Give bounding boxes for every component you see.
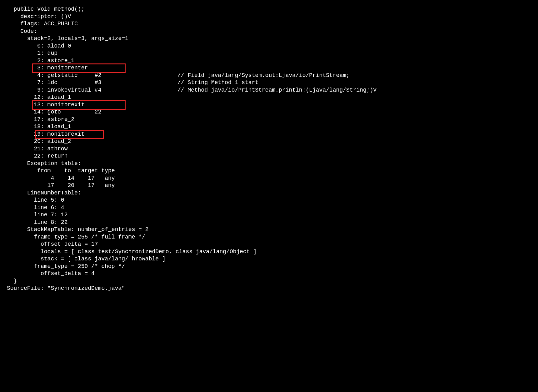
code-text: 20: aload_2 [7,138,71,145]
code-text: frame_type = 250 /* chop */ [7,263,125,270]
code-line: offset_delta = 4 [7,270,538,278]
code-text: 17 20 17 any [7,182,115,189]
code-line: locals = [ class test/SynchronizedDemo, … [7,248,538,256]
code-line: SourceFile: "SynchronizedDemo.java" [7,285,538,292]
code-text: Exception table: [7,160,81,168]
code-text: stack = [ class java/lang/Throwable ] [7,255,166,263]
code-line: line 6: 4 [7,204,538,212]
code-line: 1: dup [7,50,538,57]
code-line: line 8: 22 [7,219,538,226]
code-line: 7: ldc #3// String Method 1 start [7,79,538,87]
code-text: 17: astore_2 [7,116,74,123]
code-text: descriptor: ()V [7,13,71,21]
code-line: 4: getstatic #2// Field java/lang/System… [7,72,538,79]
code-text: frame_type = 255 /* full_frame */ [7,234,145,241]
code-text: LineNumberTable: [7,189,81,197]
code-text: 9: invokevirtual #4 [7,87,101,94]
code-text: offset_delta = 17 [7,241,98,248]
code-text: line 8: 22 [7,219,67,226]
code-text: 4 14 17 any [7,175,115,182]
code-text: 0: aload_0 [7,43,71,50]
code-text: 14: goto 22 [7,108,101,116]
code-line: 2: astore_1 [7,57,538,65]
code-line: 17: astore_2 [7,116,538,123]
code-line: line 5: 0 [7,197,538,204]
code-line: } [7,278,538,285]
code-line: LineNumberTable: [7,189,538,197]
code-text: offset_delta = 4 [7,270,95,278]
code-line: StackMapTable: number_of_entries = 2 [7,226,538,234]
code-line: 21: athrow [7,145,538,153]
code-text: line 5: 0 [7,197,64,204]
code-line: 12: aload_1 [7,94,538,101]
code-line: from to target type [7,167,538,175]
code-line: 19: monitorexit [7,131,538,138]
code-line: descriptor: ()V [7,13,538,21]
code-line: public void method(); [7,6,538,13]
code-line: flags: ACC_PUBLIC [7,20,538,28]
code-text: line 7: 12 [7,211,67,219]
code-line: 13: monitorexit [7,101,538,109]
code-text: public void method(); [7,6,84,13]
code-text: locals = [ class test/SynchronizedDemo, … [7,248,257,256]
code-comment: // Method java/io/PrintStream.println:(L… [177,87,376,94]
code-text: StackMapTable: number_of_entries = 2 [7,226,149,234]
code-comment: // String Method 1 start [177,79,258,87]
code-line: 3: monitorenter [7,64,538,72]
code-text: 7: ldc #3 [7,79,101,87]
code-text: 3: monitorenter [7,64,88,72]
code-comment: // Field java/lang/System.out:Ljava/io/P… [177,72,350,79]
code-line: frame_type = 250 /* chop */ [7,263,538,270]
code-line: Code: [7,28,538,35]
code-line: line 7: 12 [7,211,538,219]
code-text: 4: getstatic #2 [7,72,101,79]
code-text: 2: astore_1 [7,57,74,65]
code-line: 20: aload_2 [7,138,538,145]
code-text: Code: [7,28,37,35]
code-text: 1: dup [7,50,57,57]
code-text: 22: return [7,153,67,160]
code-text: 12: aload_1 [7,94,71,101]
code-text: from to target type [7,167,115,175]
code-text: flags: ACC_PUBLIC [7,20,78,28]
code-text: 21: athrow [7,145,67,153]
terminal-output: public void method(); descriptor: ()V fl… [0,0,538,292]
code-line: Exception table: [7,160,538,168]
code-text: 19: monitorexit [7,131,84,138]
code-line: 18: aload_1 [7,123,538,131]
code-line: frame_type = 255 /* full_frame */ [7,234,538,241]
code-line: 17 20 17 any [7,182,538,189]
code-line: 22: return [7,153,538,160]
code-text: SourceFile: "SynchronizedDemo.java" [7,285,125,292]
code-line: stack = [ class java/lang/Throwable ] [7,255,538,263]
code-line: 4 14 17 any [7,175,538,182]
code-line: 0: aload_0 [7,43,538,50]
code-line: stack=2, locals=3, args_size=1 [7,35,538,43]
code-line: 14: goto 22 [7,108,538,116]
code-text: stack=2, locals=3, args_size=1 [7,35,128,43]
code-text: 18: aload_1 [7,123,71,131]
code-text: line 6: 4 [7,204,64,212]
code-text: } [7,278,17,285]
code-line: offset_delta = 17 [7,241,538,248]
code-text: 13: monitorexit [7,101,84,109]
code-line: 9: invokevirtual #4// Method java/io/Pri… [7,87,538,94]
